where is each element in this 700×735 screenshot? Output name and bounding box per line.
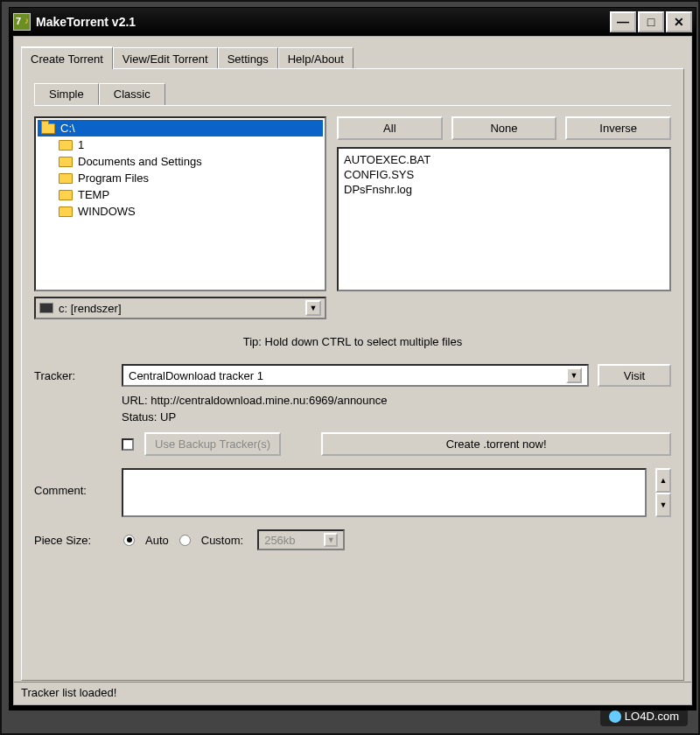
tab-label: View/Edit Torrent — [122, 52, 208, 66]
chevron-down-icon[interactable]: ▼ — [305, 300, 321, 316]
tip-text: Tip: Hold down CTRL to select multiple f… — [22, 335, 683, 348]
chevron-down-icon[interactable]: ▼ — [566, 368, 582, 383]
status-text: Tracker list loaded! — [21, 686, 116, 699]
button-label: Inverse — [599, 122, 637, 135]
tracker-value: CentralDownload tracker 1 — [129, 369, 263, 382]
minimize-button[interactable]: — — [610, 11, 636, 32]
comment-textarea[interactable] — [122, 468, 647, 517]
watermark-text: LO4D.com — [625, 710, 679, 723]
tree-item[interactable]: Documents and Settings — [38, 153, 323, 170]
close-button[interactable]: ✕ — [666, 11, 692, 32]
tab-view-edit-torrent[interactable]: View/Edit Torrent — [113, 47, 218, 70]
piece-size-custom-radio[interactable] — [179, 535, 191, 546]
tree-item[interactable]: 1 — [38, 136, 323, 153]
file-item[interactable]: DPsFnshr.log — [344, 182, 664, 197]
folder-icon — [59, 140, 73, 150]
tree-item-root[interactable]: C:\ — [38, 120, 323, 136]
custom-label: Custom: — [201, 534, 243, 547]
window-title: MakeTorrent v2.1 — [36, 15, 608, 29]
tab-label: Help/About — [288, 52, 344, 66]
button-label: None — [490, 122, 517, 135]
statusbar: Tracker list loaded! — [14, 682, 691, 704]
tracker-url-text: URL: http://centraldownload.mine.nu:6969… — [122, 394, 683, 407]
select-none-button[interactable]: None — [452, 116, 557, 140]
drive-selector[interactable]: c: [rendszer] ▼ — [34, 297, 326, 319]
drive-icon — [39, 303, 53, 313]
sub-tab-classic[interactable]: Classic — [99, 83, 165, 105]
piece-size-label: Piece Size: — [34, 534, 113, 547]
tracker-label: Tracker: — [34, 369, 113, 382]
scroll-down-button[interactable]: ▼ — [655, 493, 671, 517]
select-all-button[interactable]: All — [337, 116, 443, 140]
tab-label: Create Torrent — [31, 52, 103, 66]
sub-tab-simple[interactable]: Simple — [34, 83, 99, 105]
piece-size-auto-radio[interactable] — [123, 535, 135, 546]
select-inverse-button[interactable]: Inverse — [565, 116, 671, 140]
folder-icon — [59, 157, 73, 167]
file-item[interactable]: AUTOEXEC.BAT — [344, 152, 664, 167]
auto-label: Auto — [145, 534, 169, 547]
file-item[interactable]: CONFIG.SYS — [344, 167, 664, 182]
main-tabs: Create Torrent View/Edit Torrent Setting… — [21, 46, 691, 68]
tracker-status-text: Status: UP — [122, 410, 683, 424]
tab-settings[interactable]: Settings — [218, 47, 278, 70]
tab-label: Settings — [228, 52, 269, 66]
titlebar[interactable]: MakeTorrent v2.1 — □ ✕ — [10, 8, 696, 36]
folder-tree[interactable]: C:\ 1 Documents and Settings Program Fil… — [34, 116, 326, 291]
tracker-combo[interactable]: CentralDownload tracker 1 ▼ — [122, 364, 589, 387]
drive-value: c: [rendszer] — [59, 302, 122, 315]
client-area: Create Torrent View/Edit Torrent Setting… — [13, 36, 692, 705]
watermark: LO4D.com — [600, 706, 688, 726]
tab-create-torrent[interactable]: Create Torrent — [21, 46, 113, 69]
file-list[interactable]: AUTOEXEC.BAT CONFIG.SYS DPsFnshr.log — [337, 147, 671, 291]
folder-icon — [59, 206, 73, 217]
visit-button[interactable]: Visit — [598, 364, 671, 387]
sub-tabs: Simple Classic — [34, 83, 683, 105]
app-window: MakeTorrent v2.1 — □ ✕ Create Torrent Vi… — [9, 7, 696, 710]
tree-item-label: Documents and Settings — [78, 155, 202, 168]
scroll-up-button[interactable]: ▲ — [655, 468, 671, 493]
backup-tracker-checkbox[interactable] — [122, 438, 134, 451]
tree-item-label: TEMP — [78, 188, 109, 201]
tree-item-label: Program Files — [78, 172, 149, 185]
folder-open-icon — [41, 123, 55, 134]
tree-item-label: WINDOWS — [78, 205, 136, 218]
sub-tab-label: Simple — [49, 88, 84, 101]
folder-icon — [59, 190, 73, 200]
button-label: Visit — [624, 369, 645, 382]
tree-item[interactable]: Program Files — [38, 170, 323, 186]
button-label: Use Backup Tracker(s) — [155, 438, 270, 451]
tree-item[interactable]: WINDOWS — [38, 203, 323, 220]
folder-icon — [59, 173, 73, 184]
button-label: All — [383, 122, 396, 135]
use-backup-tracker-button[interactable]: Use Backup Tracker(s) — [144, 432, 281, 456]
comment-label: Comment: — [34, 468, 113, 497]
tree-item-label: 1 — [78, 138, 84, 151]
tree-item[interactable]: TEMP — [38, 186, 323, 203]
app-icon — [13, 13, 31, 31]
create-torrent-button[interactable]: Create .torrent now! — [321, 432, 671, 456]
sub-tab-label: Classic — [114, 88, 150, 101]
piece-size-value: 256kb — [264, 534, 295, 547]
tab-help-about[interactable]: Help/About — [278, 47, 354, 70]
tab-content: Simple Classic C:\ 1 Documents and Setti… — [21, 68, 684, 681]
button-label: Create .torrent now! — [446, 438, 547, 451]
tree-item-label: C:\ — [60, 122, 75, 135]
piece-size-combo[interactable]: 256kb ▼ — [257, 529, 345, 550]
maximize-button[interactable]: □ — [638, 11, 664, 32]
chevron-down-icon[interactable]: ▼ — [324, 533, 338, 547]
globe-icon — [609, 710, 621, 723]
